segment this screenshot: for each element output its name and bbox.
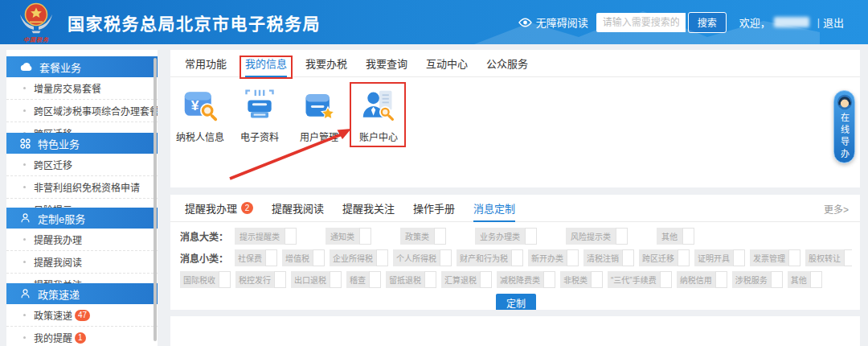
tag-checkbox[interactable] <box>359 228 371 245</box>
tag-checkbox[interactable] <box>715 271 727 288</box>
tab-remind-follow[interactable]: 提醒我关注 <box>342 195 395 221</box>
sidebar-item[interactable]: 增量房交易套餐 <box>6 77 158 100</box>
logout-button[interactable]: 退出 <box>823 14 844 30</box>
tag-checkbox[interactable] <box>424 271 436 288</box>
subcategory-tag[interactable]: 税控发行 <box>235 271 286 288</box>
tab-interaction-center[interactable]: 互动中心 <box>426 50 468 76</box>
subcategory-tag[interactable]: 其他 <box>788 271 822 288</box>
tag-checkbox[interactable] <box>810 271 822 288</box>
online-guide-widget[interactable]: 在线导办 <box>833 90 855 163</box>
tab-query[interactable]: 我要查询 <box>366 50 407 76</box>
tab-public-service[interactable]: 公众服务 <box>486 50 528 76</box>
tag-checkbox[interactable] <box>844 249 852 266</box>
sidebar-item-my-reminders[interactable]: 我的提醒 1 <box>6 327 158 346</box>
tag-checkbox[interactable] <box>274 271 286 288</box>
header-divider: | <box>817 17 820 28</box>
quick-link-e-documents[interactable]: 电子资料 <box>230 84 289 143</box>
tag-checkbox[interactable] <box>265 249 277 266</box>
subcategory-tag[interactable]: 非税类 <box>560 271 603 288</box>
subcategory-tag[interactable]: 企业所得税 <box>330 249 388 266</box>
tag-checkbox[interactable] <box>369 271 381 288</box>
quick-link-user-management[interactable]: 用户管理 <box>289 84 349 143</box>
tab-common-functions[interactable]: 常用功能 <box>185 50 227 76</box>
tag-checkbox[interactable] <box>616 228 628 245</box>
sidebar-header-special[interactable]: 特色业务 <box>6 133 158 154</box>
subcategory-tag[interactable]: 增值税 <box>282 249 325 266</box>
category-tag[interactable]: 政策类 <box>400 228 446 245</box>
subcategory-tag[interactable]: “三代”手续费 <box>608 271 672 288</box>
sidebar-item[interactable]: 风险提示 <box>6 199 158 208</box>
sidebar-item[interactable]: 提醒我关注 <box>6 274 158 283</box>
tag-checkbox[interactable] <box>591 271 603 288</box>
category-tag[interactable]: 业务办理类 <box>475 228 537 245</box>
tag-checkbox[interactable] <box>219 271 231 288</box>
category-tag[interactable]: 风险提示类 <box>566 228 628 245</box>
subcategory-tag[interactable]: 涉税服务 <box>732 271 783 288</box>
tag-checkbox[interactable] <box>376 249 388 266</box>
category-tag[interactable]: 提示提醒类 <box>235 228 297 245</box>
subcategory-tag[interactable]: 国际税收 <box>180 271 231 288</box>
tag-checkbox[interactable] <box>285 228 297 245</box>
subcategory-tag[interactable]: 纳税信用 <box>677 271 727 288</box>
subcategory-tag[interactable]: 证明开具 <box>694 249 745 266</box>
tag-checkbox[interactable] <box>434 228 446 245</box>
tab-operation-manual[interactable]: 操作手册 <box>413 195 455 221</box>
tab-do-tax[interactable]: 我要办税 <box>305 50 347 76</box>
sidebar-section-policy: 政策速递 政策速递 47 我的提醒 1 <box>6 283 158 346</box>
tag-checkbox[interactable] <box>678 249 690 266</box>
tab-remind-handle[interactable]: 提醒我办理 2 <box>185 195 253 221</box>
tag-checkbox[interactable] <box>543 271 555 288</box>
subcategory-tag[interactable]: 社保费 <box>235 249 277 266</box>
subcategory-tag[interactable]: 个人所得税 <box>393 249 452 266</box>
tag-checkbox[interactable] <box>511 249 523 266</box>
sidebar-item[interactable]: 跨区域涉税事项综合办理套餐 <box>6 100 158 122</box>
search-input[interactable] <box>596 13 686 32</box>
tag-checkbox[interactable] <box>622 249 634 266</box>
tag-checkbox[interactable] <box>788 249 800 266</box>
subcategory-tag[interactable]: 汇算退税 <box>441 271 492 288</box>
category-tag[interactable]: 其他 <box>657 228 694 245</box>
accessibility-toggle[interactable]: 无障碍阅读 <box>518 14 588 30</box>
subcategory-tag[interactable]: 清税注销 <box>583 249 634 266</box>
subcategory-row-2: 国际税收 税控发行 出口退税 稽查 留抵退税 汇算退税 减税降费类 非税类 “三… <box>180 271 852 288</box>
tag-checkbox[interactable] <box>682 228 694 245</box>
sidebar-header-policy[interactable]: 政策速递 <box>6 283 158 304</box>
tag-checkbox[interactable] <box>330 271 342 288</box>
subcategory-tag[interactable]: 财产和行为税 <box>457 249 523 266</box>
search-button[interactable]: 搜索 <box>688 12 727 33</box>
sidebar-scrollbar[interactable] <box>154 58 157 341</box>
sidebar-item[interactable]: 跨区迁移 <box>6 122 158 133</box>
main-panel: 常用功能 我的信息 我要办税 我要查询 互动中心 公众服务 ¥ 纳税人信息 <box>170 50 860 187</box>
tag-checkbox[interactable] <box>733 249 745 266</box>
tag-checkbox[interactable] <box>771 271 783 288</box>
tag-checkbox[interactable] <box>567 249 579 266</box>
subcategory-tag[interactable]: 留抵退税 <box>386 271 436 288</box>
sidebar-item[interactable]: 跨区迁移 <box>6 154 158 176</box>
subcategory-tag[interactable]: 稽查 <box>346 271 381 288</box>
subcategory-tag[interactable]: 出口退税 <box>291 271 342 288</box>
tag-checkbox[interactable] <box>660 271 672 288</box>
tag-checkbox[interactable] <box>525 228 537 245</box>
more-link[interactable]: 更多> <box>824 202 849 216</box>
subcategory-tag[interactable]: 新开办类 <box>528 249 579 266</box>
category-tag[interactable]: 通知类 <box>326 228 371 245</box>
sidebar-header-package[interactable]: 套餐业务 <box>6 56 158 77</box>
tab-remind-read[interactable]: 提醒我阅读 <box>272 195 324 221</box>
sidebar-item[interactable]: 提醒我阅读 <box>6 251 158 274</box>
sidebar-item-policy-express[interactable]: 政策速递 47 <box>6 304 158 327</box>
tag-checkbox[interactable] <box>440 249 452 266</box>
tab-message-customize[interactable]: 消息定制 <box>473 195 515 221</box>
tag-checkbox[interactable] <box>480 271 492 288</box>
sidebar-item[interactable]: 非营利组织免税资格申请 <box>6 176 158 199</box>
sidebar-item[interactable]: 提醒我办理 <box>6 229 158 251</box>
subcategory-tag[interactable]: 减税降费类 <box>497 271 555 288</box>
customize-button[interactable]: 定制 <box>496 294 536 310</box>
quick-link-account-center[interactable]: 账户中心 <box>349 84 408 143</box>
sidebar-header-eservice[interactable]: 定制e服务 <box>6 208 158 229</box>
subcategory-tag[interactable]: 股权转让 <box>805 249 852 266</box>
quick-link-taxpayer-info[interactable]: ¥ 纳税人信息 <box>170 84 230 143</box>
subcategory-tag[interactable]: 发票管理 <box>750 249 800 266</box>
tag-checkbox[interactable] <box>313 249 325 266</box>
tab-my-info[interactable]: 我的信息 <box>245 50 287 76</box>
subcategory-tag[interactable]: 跨区迁移 <box>639 249 690 266</box>
